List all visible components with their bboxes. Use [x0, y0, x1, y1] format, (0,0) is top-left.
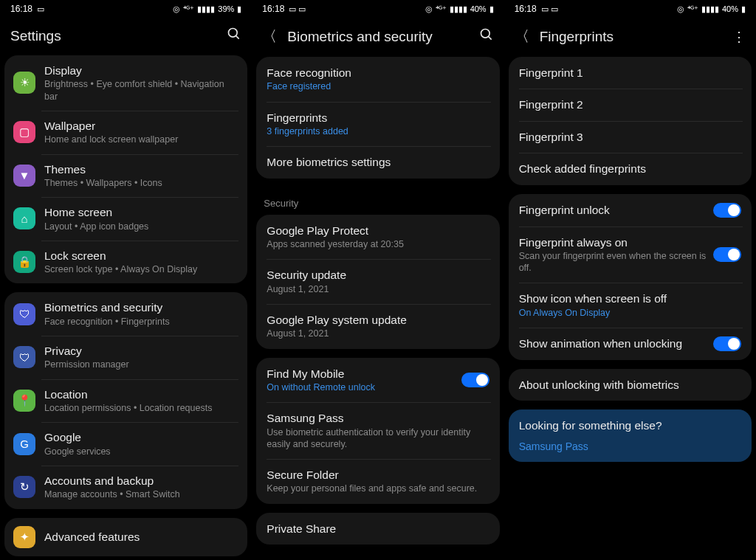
- signal-icon: ▮▮▮▮: [450, 4, 467, 14]
- item-subtitle: On without Remote unlock: [267, 381, 455, 393]
- google-icon: G: [13, 433, 35, 455]
- back-button[interactable]: 〈: [262, 27, 277, 46]
- item-subtitle: 3 fingerprints added: [267, 125, 489, 137]
- item-subtitle: Use biometric authentication to verify y…: [267, 426, 489, 451]
- item-subtitle: Themes • Wallpapers • Icons: [44, 177, 238, 189]
- header: 〈 Biometrics and security: [252, 18, 504, 57]
- item-fingerprint-2[interactable]: Fingerprint 2: [509, 89, 752, 120]
- search-icon[interactable]: [479, 27, 494, 46]
- item-title: Fingerprint always on: [519, 235, 707, 249]
- item-title: Home screen: [44, 205, 238, 219]
- item-title: Google: [44, 430, 238, 444]
- item-title: Private Share: [267, 522, 489, 536]
- item-looking-for[interactable]: Looking for something else? Samsung Pass: [509, 409, 752, 462]
- item-fingerprints[interactable]: Fingerprints 3 fingerprints added: [256, 102, 499, 147]
- item-title: Advanced features: [44, 530, 238, 544]
- item-fingerprint-unlock[interactable]: Fingerprint unlock: [509, 194, 752, 227]
- wifi-icon: ⁴ᴳ⁺: [436, 4, 447, 14]
- item-secure-folder[interactable]: Secure Folder Keep your personal files a…: [256, 459, 499, 504]
- settings-item-biometrics[interactable]: 🛡 Biometrics and security Face recogniti…: [4, 292, 247, 336]
- about-group: About unlocking with biometrics: [509, 369, 752, 401]
- settings-item-google[interactable]: G Google Google services: [4, 422, 247, 466]
- item-about-biometrics[interactable]: About unlocking with biometrics: [509, 369, 752, 401]
- battery-icon: ▮: [741, 4, 746, 14]
- item-play-system-update[interactable]: Google Play system update August 1, 2021: [256, 304, 499, 349]
- svg-point-2: [481, 30, 489, 38]
- display-icon: ☀: [13, 72, 35, 94]
- item-show-animation[interactable]: Show animation when unlocking: [509, 328, 752, 360]
- fingerprint-unlock-toggle[interactable]: [713, 203, 741, 218]
- location-pin-icon: 📍: [13, 390, 35, 412]
- item-title: Display: [44, 63, 238, 77]
- item-subtitle: Home and lock screen wallpaper: [44, 134, 238, 145]
- item-title: Accounts and backup: [44, 474, 238, 488]
- content-scroll[interactable]: Fingerprint 1 Fingerprint 2 Fingerprint …: [504, 57, 756, 560]
- item-subtitle: August 1, 2021: [267, 283, 489, 295]
- item-title: Show icon when screen is off: [519, 291, 741, 305]
- battery-icon: ▮: [489, 4, 494, 14]
- app-icon: ▭ ▭: [289, 4, 306, 14]
- item-title: Fingerprints: [267, 111, 489, 125]
- fingerprint-always-on-toggle[interactable]: [713, 247, 741, 262]
- item-title: Face recognition: [267, 66, 489, 80]
- item-subtitle: Location permissions • Location requests: [44, 402, 238, 414]
- content-scroll[interactable]: Face recognition Face registered Fingerp…: [252, 57, 504, 560]
- item-subtitle: Screen lock type • Always On Display: [44, 263, 238, 275]
- advanced-icon: ✦: [13, 526, 35, 548]
- settings-item-location[interactable]: 📍 Location Location permissions • Locati…: [4, 379, 247, 423]
- page-title: Fingerprints: [540, 29, 722, 45]
- settings-item-themes[interactable]: ▼ Themes Themes • Wallpapers • Icons: [4, 154, 247, 198]
- hotspot-icon: ◎: [677, 4, 684, 14]
- item-fingerprint-always-on[interactable]: Fingerprint always on Scan your fingerpr…: [509, 227, 752, 283]
- item-fingerprint-1[interactable]: Fingerprint 1: [509, 57, 752, 89]
- item-more-biometrics[interactable]: More biometrics settings: [256, 146, 499, 178]
- search-icon[interactable]: [227, 27, 241, 45]
- item-subtitle: Manage accounts • Smart Switch: [44, 488, 238, 500]
- signal-icon: ▮▮▮▮: [701, 4, 719, 14]
- item-samsung-pass[interactable]: Samsung Pass Use biometric authenticatio…: [256, 402, 499, 459]
- item-title: More biometrics settings: [267, 155, 489, 169]
- settings-item-privacy[interactable]: 🛡 Privacy Permission manager: [4, 336, 247, 379]
- settings-item-lock-screen[interactable]: 🔒 Lock screen Screen lock type • Always …: [4, 241, 247, 284]
- find-my-group: Find My Mobile On without Remote unlock …: [256, 358, 499, 504]
- item-fingerprint-3[interactable]: Fingerprint 3: [509, 121, 752, 153]
- looking-for-card: Looking for something else? Samsung Pass: [509, 409, 752, 462]
- item-title: Lock screen: [44, 249, 238, 263]
- item-title: About unlocking with biometrics: [519, 378, 741, 392]
- app-icon: ▭: [37, 4, 44, 14]
- item-play-protect[interactable]: Google Play Protect Apps scanned yesterd…: [256, 215, 499, 260]
- item-face-recognition[interactable]: Face recognition Face registered: [256, 57, 499, 102]
- settings-item-home-screen[interactable]: ⌂ Home screen Layout • App icon badges: [4, 197, 247, 241]
- settings-item-display[interactable]: ☀ Display Brightness • Eye comfort shiel…: [4, 55, 247, 111]
- looking-link[interactable]: Samsung Pass: [519, 440, 588, 453]
- app-icon: ▭ ▭: [541, 4, 558, 14]
- item-check-fingerprints[interactable]: Check added fingerprints: [509, 153, 752, 184]
- item-security-update[interactable]: Security update August 1, 2021: [256, 259, 499, 304]
- item-show-icon[interactable]: Show icon when screen is off On Always O…: [509, 283, 752, 328]
- item-subtitle: On Always On Display: [519, 307, 741, 319]
- wifi-icon: ⁴ᴳ⁺: [183, 4, 194, 14]
- item-subtitle: Face recognition • Fingerprints: [44, 316, 238, 328]
- show-animation-toggle[interactable]: [713, 336, 741, 351]
- item-title: Check added fingerprints: [519, 162, 741, 176]
- status-bar: 16:18 ▭ ▭ ◎ ⁴ᴳ⁺ ▮▮▮▮ 40% ▮: [252, 0, 504, 18]
- settings-item-accounts[interactable]: ↻ Accounts and backup Manage accounts • …: [4, 466, 247, 509]
- back-button[interactable]: 〈: [515, 27, 529, 46]
- item-title: Find My Mobile: [267, 367, 455, 381]
- settings-group-1: ☀ Display Brightness • Eye comfort shiel…: [4, 55, 247, 283]
- sync-icon: ↻: [13, 476, 35, 498]
- fingerprints-list: Fingerprint 1 Fingerprint 2 Fingerprint …: [509, 57, 752, 185]
- find-my-toggle[interactable]: [461, 373, 489, 387]
- content-scroll[interactable]: ☀ Display Brightness • Eye comfort shiel…: [0, 55, 252, 560]
- item-private-share[interactable]: Private Share: [256, 513, 499, 545]
- lock-icon: 🔒: [13, 251, 35, 273]
- wifi-icon: ⁴ᴳ⁺: [687, 4, 698, 14]
- status-battery: 40%: [722, 4, 738, 13]
- more-icon[interactable]: ⋮: [732, 29, 746, 45]
- settings-item-wallpaper[interactable]: ▢ Wallpaper Home and lock screen wallpap…: [4, 111, 247, 154]
- item-title: Location: [44, 387, 238, 401]
- item-find-my-mobile[interactable]: Find My Mobile On without Remote unlock: [256, 358, 499, 403]
- item-title: Wallpaper: [44, 119, 238, 133]
- settings-item-advanced[interactable]: ✦ Advanced features: [4, 518, 247, 556]
- settings-group-3: ✦ Advanced features: [4, 518, 247, 556]
